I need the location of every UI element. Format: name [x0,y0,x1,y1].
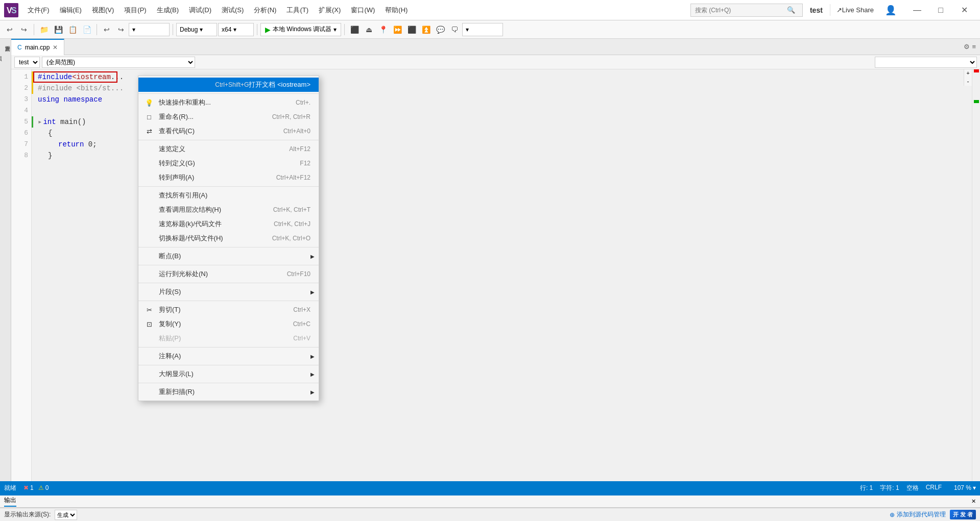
ctx-shortcut-1: Ctrl+Shift+G [215,81,249,88]
ctx-item-snippet[interactable]: 片段(S) [138,285,319,299]
ctx-item-outline[interactable]: 大纲显示(L) [138,367,319,381]
ctx-item-toggle-header[interactable]: 切换标题/代码文件(H) Ctrl+K, Ctrl+O [138,231,319,245]
toolbar-step3[interactable]: ⏫ [419,23,433,36]
menu-view[interactable]: 视图(V) [87,4,119,17]
toolbar-breakpoint[interactable]: ⬛ [348,23,361,36]
ctx-icon-view-code: ⇄ [145,128,154,135]
git-icon: ⊕ [890,511,895,518]
play-icon: ▶ [265,26,271,34]
toolbar-save2[interactable]: 📋 [66,23,79,36]
toolbar-comment2[interactable]: 🗨 [448,23,461,36]
close-button[interactable]: ✕ [952,0,976,20]
global-scope-dropdown[interactable]: (全局范围) [42,57,195,68]
ctx-shortcut-10: Ctrl+K, Ctrl+J [274,220,310,228]
status-errors[interactable]: ✖ 1 ⚠ 0 [23,484,49,491]
ctx-item-goto-decl[interactable]: 转到声明(A) Ctrl+Alt+F12 [138,170,319,185]
ctx-item-comment[interactable]: 注释(A) [138,349,319,363]
menu-project[interactable]: 项目(P) [119,4,151,17]
ctx-item-rename[interactable]: □ 重命名(R)... Ctrl+R, Ctrl+R [138,110,319,124]
menu-analyze[interactable]: 分析(N) [249,4,281,17]
tab-overflow-icon[interactable]: ≡ [972,43,976,51]
menu-tools[interactable]: 工具(T) [281,4,314,17]
menu-window[interactable]: 窗口(W) [346,4,380,17]
menu-extend[interactable]: 扩展(X) [314,4,346,17]
maximize-button[interactable]: □ [929,0,952,20]
tab-settings-icon[interactable]: ⚙ [964,43,970,51]
minimize-button[interactable]: — [905,0,929,20]
ctx-label-16: 复制(Y) [159,319,181,329]
status-ready: 就绪 [4,484,16,492]
menu-file[interactable]: 文件(F) [22,4,55,17]
ctx-shortcut-3: Ctrl+R, Ctrl+R [272,113,310,120]
tab-main-cpp[interactable]: C main.cpp ✕ [11,39,64,55]
menu-build[interactable]: 生成(B) [152,4,184,17]
ctx-item-breakpoint[interactable]: 断点(B) [138,249,319,263]
minimap [972,69,980,521]
line-num-4: 4 [11,105,28,116]
scroll-up-icon[interactable]: + [966,70,970,77]
run-button[interactable]: ▶ 本地 Windows 调试器 ▾ [260,23,341,36]
toolbar-undo2[interactable]: ↪ [114,23,128,36]
profile-icon[interactable]: 👤 [880,5,901,16]
ctx-label-4: 查看代码(C) [159,127,195,136]
toolbar-breakpoint2[interactable]: ⏏ [362,23,375,36]
live-share-icon: ↗ [836,6,842,14]
toolbar-forward[interactable]: ↪ [17,23,31,36]
ctx-item-copy[interactable]: ⊡ 复制(Y) Ctrl+C [138,317,319,331]
toolbar-dropdown-arrow-2[interactable]: ▾ [462,23,503,36]
ctx-shortcut-5: Alt+F12 [289,145,310,153]
menu-debug[interactable]: 调试(D) [184,4,217,17]
toolbar-step[interactable]: ⏩ [391,23,404,36]
search-box[interactable]: 🔍 [690,4,803,17]
ctx-item-goto-def[interactable]: 转到定义(G) F12 [138,156,319,170]
scope-dropdown[interactable]: test [14,57,40,68]
ctx-item-open-doc[interactable]: Ctrl+Shift+G 打开文档 <iostream> [138,78,319,92]
source-control-add[interactable]: ⊕ 添加到源代码管理 [890,510,946,519]
ctx-sep-5 [138,265,319,265]
ctx-item-peek-header[interactable]: 速览标题(k)/代码文件 Ctrl+K, Ctrl+J [138,217,319,231]
ctx-label-8: 查找所有引用(A) [159,191,207,200]
ctx-label-9: 查看调用层次结构(H) [159,205,221,214]
ctx-label-6: 转到定义(G) [159,159,195,168]
toolbar-save[interactable]: 💾 [52,23,65,36]
ctx-item-run-to-cursor[interactable]: 运行到光标处(N) Ctrl+F10 [138,267,319,281]
ctx-item-call-hierarchy[interactable]: 查看调用层次结构(H) Ctrl+K, Ctrl+T [138,203,319,217]
toolbar-comment[interactable]: 💬 [434,23,447,36]
ctx-shortcut-17: Ctrl+V [293,335,310,342]
menu-edit[interactable]: 编辑(E) [55,4,87,17]
ctx-item-find-refs[interactable]: 查找所有引用(A) [138,188,319,203]
toolbar-breakpoint3[interactable]: 📍 [376,23,390,36]
source-control-dropdown[interactable]: 生成 [55,510,77,520]
ctx-item-quick-action[interactable]: 💡 快速操作和重构... Ctrl+. [138,95,319,110]
scroll-down-icon[interactable]: - [966,79,970,85]
menu-help[interactable]: 帮助(H) [380,4,413,17]
toolbar-back[interactable]: ↩ [3,23,16,36]
search-input[interactable] [695,7,787,14]
toolbar-open[interactable]: 📁 [37,23,51,36]
zoom-dropdown[interactable]: ▾ [973,484,976,491]
ctx-icon-rename: □ [145,113,154,121]
ctx-sep-10 [138,383,319,383]
activity-label-1: 解决方案 [4,41,11,519]
menu-test[interactable]: 测试(S) [217,4,249,17]
live-share-button[interactable]: ↗ Live Share [830,4,880,16]
tab-close-button[interactable]: ✕ [53,44,58,51]
debug-config-dropdown[interactable]: Debug ▾ [176,23,217,36]
platform-dropdown[interactable]: x64 ▾ [218,23,254,36]
debug-config-label: Debug [180,26,198,33]
ctx-item-cut[interactable]: ✂ 剪切(T) Ctrl+X [138,303,319,317]
ctx-icon-cut: ✂ [145,306,154,314]
toolbar-new[interactable]: 📄 [80,23,93,36]
toolbar-undo[interactable]: ↩ [100,23,113,36]
toolbar-dropdown-arrow-1[interactable]: ▾ [129,23,170,36]
ctx-item-peek-def[interactable]: 速览定义 Alt+F12 [138,142,319,156]
error-icon: ✖ [23,484,29,491]
ctx-shortcut-9: Ctrl+K, Ctrl+T [273,206,310,213]
ctx-label-17: 粘贴(P) [159,334,181,343]
toolbar-separator-2 [97,24,97,35]
ctx-item-view-code[interactable]: ⇄ 查看代码(C) Ctrl+Alt+0 [138,124,319,138]
member-dropdown[interactable] [875,57,977,68]
toolbar-step2[interactable]: ⬛ [405,23,418,36]
ctx-item-rescan[interactable]: 重新扫描(R) [138,385,319,399]
live-share-label: Live Share [842,6,874,14]
